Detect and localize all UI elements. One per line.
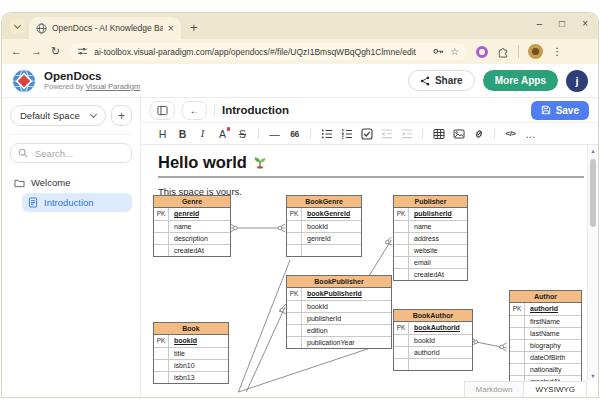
sidebar-item-label: Welcome [31, 177, 70, 188]
entity-table-author: AuthorPKauthorIdfirstNamelastNamebiograp… [509, 290, 582, 388]
folder-icon [14, 178, 25, 188]
ordered-list-button[interactable] [338, 125, 355, 142]
back-button-editor[interactable]: ← [182, 101, 207, 120]
heading-button[interactable]: H [154, 125, 171, 142]
topbar-divider [214, 104, 215, 116]
entity-table-bookpublisher: BookPublisherPKbookPublisherIdbookIdpubl… [286, 275, 392, 349]
browser-toolbar: ← → ↻ ai-toolbox.visual-paradigm.com/app… [2, 39, 598, 64]
more-button[interactable]: … [522, 125, 539, 142]
entity-table-genre: GenrePKgenreIdnamedescriptioncreatedAt [153, 195, 231, 257]
save-button[interactable]: Save [531, 101, 589, 120]
bullet-list-button[interactable] [318, 125, 335, 142]
search-box[interactable] [10, 143, 132, 163]
indent-button[interactable] [398, 125, 415, 142]
window-maximize-button[interactable]: □ [559, 18, 565, 29]
share-button[interactable]: Share [408, 70, 475, 91]
entity-table-bookauthor: BookAuthorPKbookAuthorIdbookIdauthorId [393, 309, 473, 371]
extensions-puzzle-icon[interactable] [497, 45, 509, 58]
bookmark-star-icon[interactable]: ☆ [450, 47, 459, 57]
address-bar[interactable]: ai-toolbox.visual-paradigm.com/app/opend… [69, 43, 467, 60]
scrollbar-thumb[interactable] [590, 159, 596, 227]
share-icon [420, 76, 430, 86]
app-header: OpenDocs Powered by Visual Paradigm Shar… [2, 64, 598, 98]
tab-title: OpenDocs - AI Knowledge Base [52, 23, 163, 33]
window-minimize-button[interactable]: – [537, 18, 543, 29]
toggle-sidebar-button[interactable] [150, 101, 175, 120]
forward-button[interactable]: → [31, 46, 42, 57]
new-tab-button[interactable]: + [190, 21, 198, 34]
tab-close-button[interactable]: × [168, 23, 174, 34]
passkey-icon[interactable] [433, 46, 444, 57]
add-space-button[interactable]: + [111, 105, 132, 126]
font-color-button[interactable]: A [214, 125, 231, 142]
markdown-mode-button[interactable]: Markdown [464, 381, 524, 397]
document-heading: Hello world [158, 153, 247, 171]
document-icon [28, 197, 38, 208]
editor-mode-toggle: Markdown WYSIWYG [464, 381, 587, 397]
browser-window: OpenDocs - AI Knowledge Base × + – □ × ←… [2, 13, 598, 397]
save-icon [541, 105, 551, 115]
tab-strip: OpenDocs - AI Knowledge Base × + – □ × [2, 13, 598, 39]
er-diagram[interactable]: GenrePKgenreIdnamedescriptioncreatedAtBo… [141, 145, 598, 397]
search-icon [18, 148, 28, 158]
entity-table-book: BookPKbookIdtitleisbn10isbn13 [153, 322, 229, 384]
browser-tab[interactable]: OpenDocs - AI Knowledge Base × [29, 17, 181, 39]
toolbar-separator [258, 128, 259, 139]
window-close-button[interactable]: × [582, 18, 588, 29]
document-title: Introduction [222, 104, 289, 116]
sidebar-item-label: Introduction [44, 197, 94, 208]
code-button[interactable]: </> [502, 125, 519, 142]
table-button[interactable] [430, 125, 447, 142]
er-connectors [141, 145, 598, 397]
task-list-button[interactable] [358, 125, 375, 142]
toolbar-separator [494, 128, 495, 139]
scroll-down-arrow[interactable]: ▼ [588, 370, 598, 381]
strikethrough-button[interactable]: S [234, 125, 251, 142]
powered-by: Powered by Visual Paradigm [44, 83, 140, 92]
bold-button[interactable]: B [174, 125, 191, 142]
scrollbar[interactable]: ▲ ▼ [587, 145, 598, 381]
save-label: Save [556, 105, 579, 116]
editor-pane: ← Introduction Save HBIAS—66</>… Hello w… [141, 98, 598, 397]
window-controls: – □ × [537, 18, 588, 29]
powered-prefix: Powered by [44, 82, 86, 91]
browser-menu-button[interactable]: ⋮ [552, 46, 562, 57]
wysiwyg-mode-button[interactable]: WYSIWYG [523, 381, 587, 397]
toolbar-divider [518, 45, 519, 58]
browser-profile-avatar[interactable] [528, 44, 543, 59]
italic-button[interactable]: I [194, 125, 211, 142]
url-text[interactable]: ai-toolbox.visual-paradigm.com/app/opend… [94, 47, 427, 57]
horizontal-rule-button[interactable]: — [266, 125, 283, 142]
user-avatar[interactable]: j [566, 70, 588, 92]
tab-search-button[interactable] [10, 19, 25, 34]
image-button[interactable] [450, 125, 467, 142]
sidebar: Default Space + Welcome [2, 98, 141, 397]
blockquote-button[interactable]: 66 [286, 125, 303, 142]
link-button[interactable] [470, 125, 487, 142]
sidebar-item-introduction[interactable]: Introduction [22, 193, 132, 212]
document-content[interactable]: Hello world This space is yours. GenrePK… [141, 145, 598, 397]
toolbar-separator [422, 128, 423, 139]
editor-topbar: ← Introduction Save [141, 98, 598, 123]
globe-favicon-icon [36, 23, 47, 34]
space-selector-label: Default Space [20, 110, 80, 121]
document-heading-block: Hello world [158, 153, 584, 178]
more-apps-button[interactable]: More Apps [483, 70, 558, 91]
tune-icon[interactable] [77, 46, 88, 57]
opendocs-logo [12, 69, 36, 93]
space-selector[interactable]: Default Space [10, 105, 106, 126]
entity-table-bookgenre: BookGenrePKbookGenreIdbookIdgenreId [286, 195, 362, 257]
scroll-up-arrow[interactable]: ▲ [588, 145, 598, 156]
chevron-down-icon [90, 111, 97, 118]
visual-paradigm-link[interactable]: Visual Paradigm [86, 82, 140, 91]
sidebar-item-welcome[interactable]: Welcome [10, 174, 132, 191]
formatting-toolbar: HBIAS—66</>… [141, 123, 598, 145]
entity-table-publisher: PublisherPKpublisherIdnameaddresswebsite… [393, 195, 468, 281]
document-paragraph: This space is yours. [158, 186, 598, 197]
extension-icon[interactable] [476, 46, 488, 58]
outdent-button[interactable] [378, 125, 395, 142]
reload-button[interactable]: ↻ [51, 46, 60, 57]
search-input[interactable] [33, 147, 125, 160]
back-button[interactable]: ← [11, 46, 22, 57]
seedling-icon [253, 155, 267, 169]
